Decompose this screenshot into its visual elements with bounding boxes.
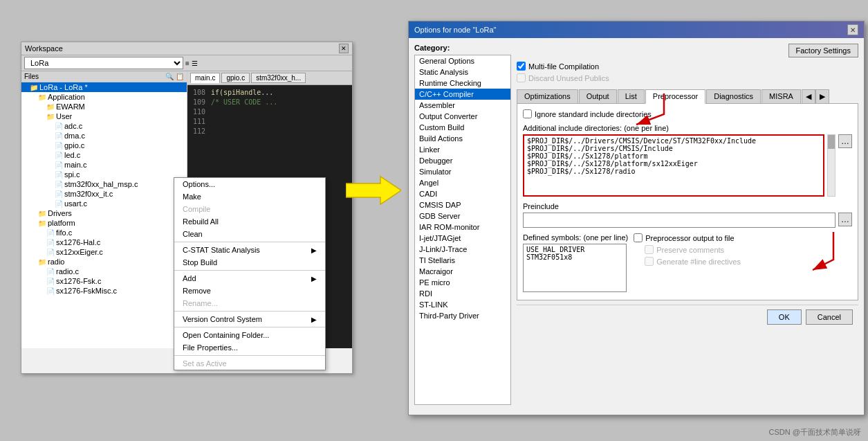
cat-custombuild[interactable]: Custom Build <box>415 122 510 133</box>
tree-file-stm32hal[interactable]: 📄 stm32f0xx_hal_msp.c <box>21 179 187 189</box>
tree-file-radio[interactable]: 📄 radio.c <box>21 267 187 276</box>
preserve-comments-checkbox[interactable] <box>645 245 654 254</box>
context-menu-rebuild[interactable]: Rebuild All <box>174 215 325 228</box>
category-list[interactable]: General Options Static Analysis Runtime … <box>414 55 511 405</box>
cat-macraigor[interactable]: Macraigor <box>415 266 510 277</box>
cat-rdi[interactable]: RDI <box>415 288 510 299</box>
tree-file-sx1276fskmisc[interactable]: 📄 sx1276-FskMisc.c <box>21 286 187 296</box>
sx1276fskmisc-label: sx1276-FskMisc.c <box>56 287 117 295</box>
defined-symbols-label: Defined symbols: (one per line) <box>523 233 628 242</box>
toolbar-icon-1: ≡ <box>185 60 190 67</box>
cat-jlink[interactable]: J-Link/J-Trace <box>415 244 510 255</box>
cat-tistell[interactable]: TI Stellaris <box>415 255 510 266</box>
dialog-close-btn[interactable]: ✕ <box>847 24 858 35</box>
sx12xx-label: sx12xxEiger.c <box>56 248 103 256</box>
tab-diagnostics[interactable]: Diagnostics <box>706 89 761 103</box>
tree-file-main[interactable]: 📄 main.c <box>21 160 187 170</box>
cat-assembler[interactable]: Assembler <box>415 100 510 111</box>
workspace-close-btn[interactable]: ✕ <box>339 44 349 53</box>
preinclude-input[interactable] <box>523 213 835 228</box>
tab-arrow-left[interactable]: ◀ <box>802 89 815 103</box>
dialog-right-panel: Factory Settings Multi-file Compilation … <box>517 44 858 408</box>
discard-checkbox[interactable] <box>517 73 526 82</box>
file-icon: 📄 <box>55 123 63 130</box>
cat-buildactions[interactable]: Build Actions <box>415 133 510 144</box>
cat-cadi[interactable]: CADI <box>415 188 510 199</box>
ignore-std-checkbox[interactable] <box>523 109 532 118</box>
tree-file-dma[interactable]: 📄 dma.c <box>21 131 187 141</box>
tab-arrow-right[interactable]: ▶ <box>815 89 829 103</box>
tab-optimizations[interactable]: Optimizations <box>517 89 578 103</box>
tree-file-usart[interactable]: 📄 usart.c <box>21 199 187 208</box>
arrow-container <box>346 173 401 210</box>
generate-directives-checkbox[interactable] <box>645 257 654 266</box>
sidebar-item-user[interactable]: 📁 User <box>21 111 187 121</box>
context-menu-stopbuild[interactable]: Stop Build <box>174 256 325 269</box>
context-menu-cstat[interactable]: C-STAT Static Analysis ▶ <box>174 244 325 256</box>
context-menu-add[interactable]: Add ▶ <box>174 272 325 285</box>
ok-button[interactable]: OK <box>767 309 802 325</box>
submenu-arrow: ▶ <box>311 275 317 282</box>
folder-icon: 📁 <box>38 219 46 227</box>
cat-debugger[interactable]: Debugger <box>415 155 510 166</box>
tree-file-fifo[interactable]: 📄 fifo.c <box>21 228 187 237</box>
preserve-comments-row: Preserve comments <box>634 245 741 254</box>
file-icon: 📄 <box>46 287 55 295</box>
tab-output[interactable]: Output <box>579 89 617 103</box>
tree-file-led[interactable]: 📄 led.c <box>21 150 187 160</box>
cat-output[interactable]: Output Converter <box>415 111 510 122</box>
fifo-label: fifo.c <box>56 228 72 237</box>
tree-file-adc[interactable]: 📄 adc.c <box>21 121 187 131</box>
factory-settings-button[interactable]: Factory Settings <box>788 44 858 57</box>
context-menu-open-folder[interactable]: Open Containing Folder... <box>174 329 325 341</box>
preproc-output-checkbox[interactable] <box>634 233 643 242</box>
workspace-title: Workspace <box>25 44 63 53</box>
preinclude-browse-btn[interactable]: … <box>838 213 852 226</box>
cat-pemicro[interactable]: PE micro <box>415 277 510 288</box>
file-icon: 📄 <box>46 229 55 237</box>
tree-file-spi[interactable]: 📄 spi.c <box>21 170 187 179</box>
sidebar-item-radio[interactable]: 📁 radio <box>21 257 187 267</box>
tab-misra[interactable]: MISRA <box>761 89 801 103</box>
sidebar-item-application[interactable]: 📁 Application <box>21 92 187 102</box>
tree-file-stm32it[interactable]: 📄 stm32f0xx_it.c <box>21 189 187 199</box>
sidebar-item-ewarm[interactable]: 📁 EWARM <box>21 102 187 111</box>
cat-thirdparty[interactable]: Third-Party Driver <box>415 310 510 321</box>
context-menu-file-props[interactable]: File Properties... <box>174 341 325 354</box>
cancel-button[interactable]: Cancel <box>806 309 853 325</box>
tree-root[interactable]: 📁 LoRa - LoRa * <box>21 82 187 92</box>
sidebar-item-platform[interactable]: 📁 platform <box>21 218 187 228</box>
cat-ijet[interactable]: I-jet/JTAGjet <box>415 233 510 244</box>
cat-angel[interactable]: Angel <box>415 177 510 188</box>
cat-runtime[interactable]: Runtime Checking <box>415 78 510 89</box>
tab-stm32-h[interactable]: stm32f0xx_h... <box>251 73 306 83</box>
tree-file-sx12xx[interactable]: 📄 sx12xxEiger.c <box>21 247 187 257</box>
include-dirs-browse-btn[interactable]: … <box>838 134 852 148</box>
cat-simulator[interactable]: Simulator <box>415 166 510 177</box>
cat-cmsisdap[interactable]: CMSIS DAP <box>415 199 510 210</box>
cat-iarrom[interactable]: IAR ROM-monitor <box>415 222 510 233</box>
cat-compiler[interactable]: C/C++ Compiler <box>415 89 510 100</box>
line-num-110: 110 <box>190 107 205 117</box>
project-dropdown[interactable]: LoRa <box>24 57 183 69</box>
cat-general[interactable]: General Options <box>415 55 510 66</box>
context-menu-remove[interactable]: Remove <box>174 285 325 297</box>
context-menu-clean[interactable]: Clean <box>174 228 325 240</box>
context-menu-make[interactable]: Make <box>174 190 325 203</box>
include-dirs-textarea[interactable]: $PROJ_DIR$/../Drivers/CMSIS/Device/ST/ST… <box>523 134 824 197</box>
defined-symbols-textarea[interactable]: USE_HAL_DRIVER STM32F051x8 <box>523 244 627 292</box>
tab-gpio-c[interactable]: gpio.c <box>221 73 250 83</box>
cat-stlink[interactable]: ST-LINK <box>415 299 510 310</box>
tree-file-gpio[interactable]: 📄 gpio.c <box>21 141 187 150</box>
context-menu-options[interactable]: Options... <box>174 178 325 190</box>
cat-gdbserver[interactable]: GDB Server <box>415 210 510 222</box>
category-label: Category: <box>414 44 511 52</box>
multifile-checkbox[interactable] <box>517 62 526 71</box>
cat-linker[interactable]: Linker <box>415 144 510 155</box>
sidebar-item-drivers[interactable]: 📁 Drivers <box>21 208 187 218</box>
tab-main-c[interactable]: main.c <box>190 73 220 83</box>
tree-file-sx1276hal[interactable]: 📄 sx1276-Hal.c <box>21 237 187 247</box>
tree-file-sx1276fsk[interactable]: 📄 sx1276-Fsk.c <box>21 276 187 286</box>
context-menu-vcs[interactable]: Version Control System ▶ <box>174 313 325 325</box>
cat-static[interactable]: Static Analysis <box>415 66 510 78</box>
